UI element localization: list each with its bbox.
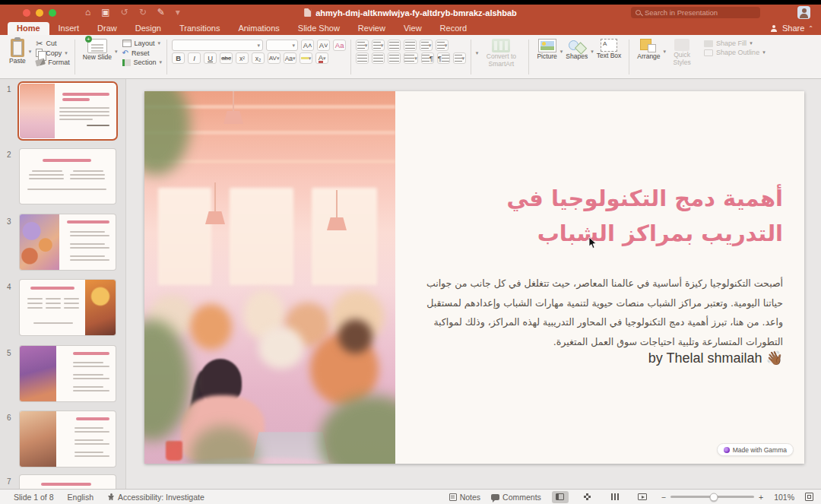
minimize-window-button[interactable] <box>36 9 43 17</box>
slideshow-view-button[interactable] <box>634 491 651 503</box>
comments-button[interactable]: Comments <box>491 493 541 502</box>
decrease-indent-button[interactable] <box>388 40 401 51</box>
slide-sorter-view-button[interactable] <box>579 491 596 503</box>
copy-button[interactable]: Copy▾ <box>36 49 70 57</box>
zoom-slider-knob[interactable] <box>710 493 718 501</box>
zoom-out-button[interactable]: − <box>661 493 666 502</box>
smartart-group: ▾ Convert to SmartArt <box>473 37 528 77</box>
redo-icon[interactable]: ↻ <box>139 5 147 21</box>
made-with-gamma-badge[interactable]: Made with Gamma <box>717 443 794 456</box>
toolbar-chevron-icon[interactable]: ▾ <box>176 5 180 21</box>
text-direction-rtl-button[interactable]: ¶ <box>437 52 450 64</box>
slide-1-editor[interactable]: أهمية دمج التكنولوجيا في التدريب بمراكز … <box>144 91 804 464</box>
picture-button[interactable]: Picture <box>534 38 559 62</box>
increase-font-button[interactable]: A˄ <box>301 40 314 51</box>
thumbnail-slide-2[interactable] <box>20 149 116 204</box>
shape-outline-button[interactable]: Shape Outline▾ <box>704 49 766 56</box>
arrange-button[interactable]: Arrange <box>634 38 663 62</box>
clear-formatting-button[interactable]: Aa <box>333 40 346 51</box>
slide-counter[interactable]: Slide 1 of 8 <box>14 493 54 502</box>
paste-dropdown-icon[interactable]: ▾ <box>29 49 32 55</box>
section-button[interactable]: Section▾ <box>122 59 163 66</box>
thumbnail-slide-5[interactable] <box>20 346 116 401</box>
zoom-in-button[interactable]: + <box>759 493 763 502</box>
draw-icon[interactable]: ✎ <box>157 5 165 21</box>
bullets-button[interactable]: ▾ <box>356 40 369 51</box>
new-slide-dropdown-icon[interactable]: ▾ <box>115 49 118 55</box>
text-align-vertical-button[interactable]: ▾ <box>453 52 466 64</box>
new-slide-button[interactable]: + New Slide <box>80 38 115 62</box>
zoom-window-button[interactable] <box>49 9 56 17</box>
reading-view-button[interactable] <box>607 491 623 503</box>
close-window-button[interactable] <box>23 9 30 17</box>
accessibility-status[interactable]: Accessibility: Investigate <box>107 493 204 502</box>
reset-button[interactable]: ↶Reset <box>122 49 163 57</box>
quick-styles-button[interactable]: Quick Styles <box>666 38 698 68</box>
text-box-icon: A <box>601 39 617 52</box>
format-painter-button[interactable]: Format <box>36 59 70 66</box>
undo-icon[interactable]: ↺ <box>121 5 128 21</box>
decrease-font-button[interactable]: A˅ <box>317 40 330 51</box>
save-icon[interactable]: ▣ <box>101 5 109 21</box>
italic-button[interactable]: I <box>188 52 201 64</box>
layout-button[interactable]: Layout▾ <box>122 40 163 47</box>
thumbnail-slide-3[interactable] <box>20 214 116 270</box>
superscript-button[interactable]: x² <box>236 52 249 64</box>
justify-button[interactable]: ▾ <box>404 52 418 64</box>
slide-thumbnail-panel[interactable]: 1 2 3 <box>0 79 126 489</box>
line-spacing-button[interactable]: ▾ <box>420 40 433 51</box>
thumbnail-slide-7[interactable] <box>20 475 116 489</box>
convert-to-smartart-button[interactable]: Convert to SmartArt <box>478 38 524 69</box>
change-case-button[interactable]: Aa▾ <box>284 52 296 64</box>
font-name-select[interactable]: ▾ <box>172 40 263 51</box>
slide-canvas[interactable]: أهمية دمج التكنولوجيا في التدريب بمراكز … <box>126 79 821 489</box>
paste-button[interactable]: Paste <box>6 38 29 66</box>
thumbnail-slide-1[interactable] <box>20 84 116 138</box>
numbering-button[interactable]: ▾ <box>372 40 385 51</box>
search-input[interactable]: Search in Presentation <box>631 7 760 18</box>
shapes-button[interactable]: Shapes <box>563 38 591 62</box>
slide-title[interactable]: أهمية دمج التكنولوجيا في التدريب بمراكز … <box>426 181 783 252</box>
text-direction-ltr-button[interactable]: ¶ <box>421 52 434 64</box>
tab-home[interactable]: Home <box>8 22 49 35</box>
tab-review[interactable]: Review <box>349 22 395 35</box>
normal-view-button[interactable] <box>552 491 569 503</box>
align-center-button[interactable] <box>372 52 385 64</box>
bold-button[interactable]: B <box>172 52 185 64</box>
account-avatar[interactable] <box>797 6 810 19</box>
thumbnail-slide-4[interactable] <box>20 280 116 335</box>
slide-number: 7 <box>7 477 11 486</box>
zoom-slider[interactable] <box>670 496 754 498</box>
font-size-select[interactable]: ▾ <box>266 40 298 51</box>
increase-indent-button[interactable] <box>404 40 417 51</box>
font-color-button[interactable]: A▾ <box>315 52 328 64</box>
shape-fill-button[interactable]: Shape Fill▾ <box>704 40 766 47</box>
subscript-button[interactable]: x₂ <box>252 52 265 64</box>
home-icon[interactable]: ⌂ <box>85 5 90 21</box>
tab-transitions[interactable]: Transitions <box>170 22 229 35</box>
share-button[interactable]: Share ⌃ <box>771 24 813 35</box>
language-indicator[interactable]: English <box>68 493 94 502</box>
tab-insert[interactable]: Insert <box>49 22 89 35</box>
fit-slide-to-window-icon[interactable] <box>805 493 813 501</box>
cut-button[interactable]: ✂Cut <box>36 40 70 47</box>
underline-button[interactable]: U <box>204 52 217 64</box>
align-right-button[interactable] <box>388 52 401 64</box>
tab-slide-show[interactable]: Slide Show <box>289 22 349 35</box>
slide-body-text[interactable]: أصبحت التكنولوجيا ركيزة أساسية في عالمنا… <box>420 274 783 352</box>
notes-button[interactable]: Notes <box>449 493 480 502</box>
columns-button[interactable]: ▾ <box>436 40 449 51</box>
tab-animations[interactable]: Animations <box>229 22 288 35</box>
thumbnail-slide-6[interactable] <box>20 411 116 467</box>
tab-design[interactable]: Design <box>126 22 170 35</box>
tab-view[interactable]: View <box>395 22 431 35</box>
tab-draw[interactable]: Draw <box>88 22 126 35</box>
tab-record[interactable]: Record <box>431 22 476 35</box>
strikethrough-button[interactable]: abc <box>220 52 233 64</box>
character-spacing-button[interactable]: AV▾ <box>268 52 281 64</box>
highlight-color-button[interactable]: ▾ <box>300 52 312 64</box>
zoom-percentage[interactable]: 101% <box>774 493 794 502</box>
slide-byline[interactable]: by Thelal shmailah 👋🏾 <box>426 350 783 366</box>
text-box-button[interactable]: A Text Box <box>594 38 625 61</box>
align-left-button[interactable] <box>356 52 369 64</box>
